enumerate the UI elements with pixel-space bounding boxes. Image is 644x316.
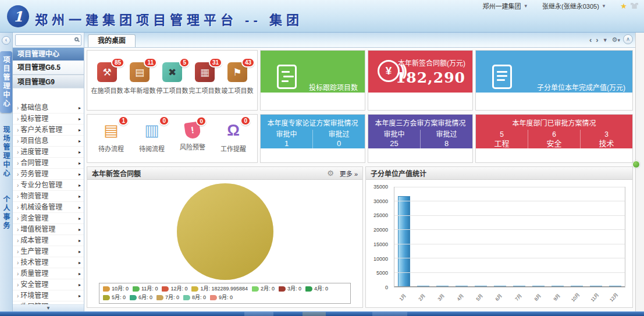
sidebar-item-物资管理[interactable]: ›物资管理▸: [13, 191, 84, 202]
approval-band: 本年度专家论证方案审批情况审批中1审批过0: [261, 115, 365, 148]
sidebar-item-专业分包管理[interactable]: ›专业分包管理▸: [13, 180, 84, 191]
kpi-card-本年新签合同额(万元)[interactable]: ¥本年新签合同额(万元)182,290: [368, 50, 473, 111]
windows-taskbar[interactable]: [0, 311, 644, 316]
approval-cell: 6安全: [528, 130, 580, 148]
stats-row-2: 1待办流程0待阅流程!0风险预警0工作提醒 本年度专家论证方案审批情况审批中1审…: [87, 114, 633, 163]
submenu-arrow-icon: ▸: [79, 202, 81, 213]
tab-nav-left-icon[interactable]: ‹: [589, 35, 592, 44]
kpi-card-投标跟踪项目数[interactable]: 投标跟踪项目数246: [260, 50, 365, 111]
stat-竣工项目数[interactable]: 43竣工项目数: [222, 62, 254, 95]
system-item-项目管理G9[interactable]: 项目管理G9: [13, 74, 84, 88]
search-icon[interactable]: [74, 37, 79, 41]
stop-work-icon: 5: [162, 62, 182, 82]
legend-swatch: [103, 286, 110, 292]
panel-settings-gear-icon[interactable]: ⚙: [327, 169, 334, 177]
sidebar-item-投标管理[interactable]: ›投标管理▸: [13, 113, 84, 125]
chevron-down-icon[interactable]: ▾: [524, 3, 527, 9]
stat-待办流程[interactable]: 1待办流程: [98, 120, 124, 153]
sidebar-item-label: 专业分包管理: [20, 180, 79, 191]
tab-my-desktop[interactable]: 我的桌面: [88, 34, 136, 47]
legend-label: 4月: 0: [314, 285, 328, 293]
sidebar-item-项目信息[interactable]: ›项目信息▸: [13, 136, 84, 147]
icon-glyph: [135, 68, 144, 77]
sidebar-item-成本管理[interactable]: ›成本管理▸: [13, 235, 84, 246]
item-bullet-icon: ›: [17, 257, 19, 268]
x-tick-label: 4月: [455, 292, 465, 302]
vertical-tab-个人事务[interactable]: 个人事务: [0, 191, 12, 235]
vertical-tab-项目管理中心[interactable]: 项目管理中心: [0, 51, 12, 113]
kpi-card-子分单位本年完成产值(万元)[interactable]: 子分单位本年完成产值(万元)32,004.45: [475, 50, 633, 111]
sidebar-collapse-button[interactable]: ‹: [2, 36, 10, 45]
sidebar-item-劳务管理[interactable]: ›劳务管理▸: [13, 169, 84, 180]
sidebar-item-质量管理[interactable]: ›质量管理▸: [13, 268, 84, 279]
org-switcher[interactable]: 郑州一建集团: [482, 1, 521, 10]
count-badge: 0: [159, 116, 169, 126]
icon-glyph: [200, 68, 209, 77]
cell-top: 审批过: [421, 130, 472, 139]
dashboard-content: 85在施项目数11本年新增数5停工项目数31完工项目数43竣工项目数 投标跟踪项…: [84, 48, 635, 311]
chevron-down-icon[interactable]: ▾: [603, 3, 606, 9]
x-tick-label: 5月: [475, 292, 485, 302]
approval-card-本年度部门已审批方案情况[interactable]: 本年度部门已审批方案情况5工程6安全3技术: [475, 114, 633, 163]
sidebar-item-安全管理[interactable]: ›安全管理▸: [13, 279, 84, 290]
submenu-arrow-icon: ▸: [79, 158, 81, 169]
sidebar-item-技术管理[interactable]: ›技术管理▸: [13, 257, 84, 268]
x-tick-label: 7月: [513, 292, 523, 302]
item-bullet-icon: ›: [17, 125, 19, 136]
current-user[interactable]: 张继永(张继永0305): [542, 1, 599, 10]
tab-list-dropdown-icon[interactable]: ▼: [603, 37, 608, 43]
stat-待阅流程[interactable]: 0待阅流程: [139, 120, 165, 153]
x-tick-label: 8月: [532, 292, 542, 302]
item-bullet-icon: ›: [17, 268, 19, 279]
item-bullet-icon: ›: [17, 147, 19, 158]
sidebar-item-基础信息[interactable]: ›基础信息▸: [13, 102, 84, 113]
search-input[interactable]: [15, 34, 81, 46]
submenu-arrow-icon: ▸: [79, 257, 81, 268]
approval-cell: 3技术: [580, 130, 632, 148]
gridline: [394, 286, 625, 287]
favorite-star-icon[interactable]: ★: [620, 2, 627, 10]
sidebar-item-机械设备管理[interactable]: ›机械设备管理▸: [13, 202, 84, 213]
stat-在施项目数[interactable]: 85在施项目数: [91, 62, 123, 95]
sidebar-item-客户关系管理[interactable]: ›客户关系管理▸: [13, 125, 84, 136]
vertical-tab-strip: ‹ 项目管理中心现场管理中心个人事务: [0, 33, 13, 311]
y-tick-label: 10000: [373, 256, 388, 262]
menu-scroll-down-icon[interactable]: ▼: [13, 304, 84, 311]
approval-card-本年度专家论证方案审批情况[interactable]: 本年度专家论证方案审批情况审批中1审批过0: [260, 114, 365, 163]
sidebar-item-环境管理[interactable]: ›环境管理▸: [13, 290, 84, 301]
system-list: 项目管理G6.5项目管理G9: [13, 61, 84, 88]
stat-本年新增数[interactable]: 11本年新增数: [124, 62, 156, 95]
x-tick-label: 11月: [589, 292, 600, 303]
stat-工作提醒[interactable]: 0工作提醒: [220, 120, 246, 153]
sidebar-item-合同管理[interactable]: ›合同管理▸: [13, 158, 84, 169]
more-link[interactable]: 更多 »: [340, 169, 358, 178]
gridline: [394, 201, 625, 201]
sidebar-item-进度管理[interactable]: ›进度管理▸: [13, 147, 84, 158]
helper-widget-icon[interactable]: [632, 161, 640, 168]
tab-nav-right-icon[interactable]: ›: [596, 35, 598, 44]
cell-bottom: 0: [313, 139, 365, 148]
sidebar-item-生产管理[interactable]: ›生产管理▸: [13, 246, 84, 257]
project-stats-card: 85在施项目数11本年新增数5停工项目数31完工项目数43竣工项目数: [87, 50, 258, 111]
system-item-项目管理G6.5[interactable]: 项目管理G6.5: [13, 61, 84, 74]
workspace: ‹ 项目管理中心现场管理中心个人事务 项目管理中心 项目管理G6.5项目管理G9…: [0, 33, 644, 311]
collapse-panel-icon[interactable]: ∧: [623, 34, 633, 44]
y-tick-label: 5000: [376, 270, 388, 276]
contract-pie-panel: 本年新签合同额 ⚙ 更多 » 10月: 011月: 012月: 01月: 182…: [87, 166, 363, 308]
stat-完工项目数[interactable]: 31完工项目数: [189, 62, 221, 95]
legend-item-11月: 11月: 0: [133, 285, 158, 293]
sidebar-item-资金管理[interactable]: ›资金管理▸: [13, 213, 84, 224]
count-badge: 0: [240, 116, 251, 126]
count-badge: 1: [118, 116, 129, 126]
kpi-band: ¥本年新签合同额(万元)182,290: [368, 51, 472, 93]
theme-shirt-icon[interactable]: [631, 3, 638, 9]
gear-icon[interactable]: ⚙▾: [612, 36, 620, 44]
vertical-tab-现场管理中心[interactable]: 现场管理中心: [0, 121, 12, 183]
scrollbar[interactable]: [635, 33, 644, 311]
approval-card-本年度三方会审方案审批情况[interactable]: 本年度三方会审方案审批情况审批中25审批过8: [368, 114, 473, 163]
stat-停工项目数[interactable]: 5停工项目数: [156, 62, 188, 95]
stat-风险预警[interactable]: !0风险预警: [180, 122, 205, 151]
sidebar-item-增值税管理[interactable]: ›增值税管理▸: [13, 224, 84, 235]
y-tick-label: 20000: [373, 227, 388, 233]
sidebar-menu: ›基础信息▸›投标管理▸›客户关系管理▸›项目信息▸›进度管理▸›合同管理▸›劳…: [13, 102, 84, 304]
